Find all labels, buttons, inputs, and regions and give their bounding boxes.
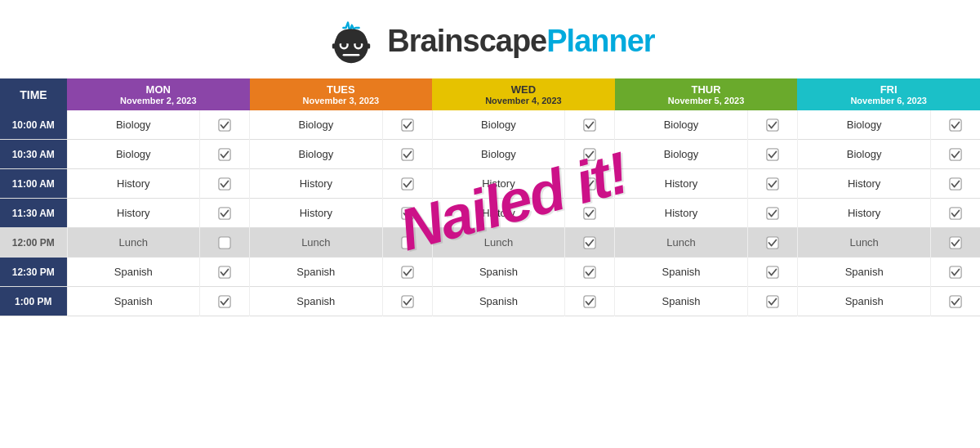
subject-cell: Spanish <box>797 258 931 287</box>
checkbox-cell[interactable] <box>565 199 615 228</box>
subject-cell: Biology <box>432 110 565 140</box>
checkbox-cell[interactable] <box>382 140 432 169</box>
checkbox-cell[interactable] <box>200 287 250 316</box>
time-cell: 10:00 AM <box>0 110 67 140</box>
checkbox-cell[interactable] <box>200 258 250 287</box>
subject-cell: Spanish <box>250 258 383 287</box>
checkbox-cell[interactable] <box>747 199 797 228</box>
checkbox-cell[interactable] <box>747 228 797 258</box>
time-cell: 11:00 AM <box>0 169 67 199</box>
subject-cell: Spanish <box>67 287 200 316</box>
subject-cell: Spanish <box>67 258 200 287</box>
subject-cell: Biology <box>67 110 200 140</box>
time-cell: 1:00 PM <box>0 287 67 316</box>
checkbox-cell[interactable] <box>200 228 250 258</box>
subject-cell: Spanish <box>250 287 383 316</box>
checkbox-cell[interactable] <box>382 258 432 287</box>
subject-cell: Lunch <box>432 228 565 258</box>
subject-cell: Biology <box>432 140 565 169</box>
app-header: BrainscapePlanner <box>0 0 980 78</box>
checkbox-cell[interactable] <box>747 258 797 287</box>
subject-cell: Spanish <box>432 258 565 287</box>
svg-rect-5 <box>343 54 360 56</box>
fri-header: FRI November 6, 2023 <box>797 78 980 110</box>
checkbox-cell[interactable] <box>200 140 250 169</box>
checkbox-cell[interactable] <box>200 169 250 199</box>
checkbox-cell[interactable] <box>931 287 980 316</box>
checkbox-cell[interactable] <box>931 110 980 140</box>
subject-cell: History <box>797 199 931 228</box>
brainscape-logo-icon <box>325 15 377 67</box>
checkbox-cell[interactable] <box>931 169 980 199</box>
checkbox-cell[interactable] <box>747 110 797 140</box>
subject-cell: Biology <box>250 140 383 169</box>
subject-cell: Lunch <box>615 228 748 258</box>
checkbox-cell[interactable] <box>747 169 797 199</box>
subject-cell: Lunch <box>67 228 200 258</box>
subject-cell: History <box>67 169 200 199</box>
checkbox-cell[interactable] <box>931 228 980 258</box>
svg-rect-6 <box>332 43 336 48</box>
logo-text: BrainscapePlanner <box>387 24 654 59</box>
checkbox-cell[interactable] <box>931 258 980 287</box>
checkbox-cell[interactable] <box>565 169 615 199</box>
subject-cell: History <box>432 169 565 199</box>
checkbox-cell[interactable] <box>382 228 432 258</box>
checkbox-cell[interactable] <box>747 287 797 316</box>
subject-cell: Spanish <box>797 287 931 316</box>
checkbox-cell[interactable] <box>931 199 980 228</box>
checkbox-cell[interactable] <box>382 169 432 199</box>
subject-cell: Biology <box>615 110 748 140</box>
time-cell: 12:00 PM <box>0 228 67 258</box>
subject-cell: History <box>432 199 565 228</box>
checkbox-cell[interactable] <box>931 140 980 169</box>
subject-cell: Biology <box>797 140 931 169</box>
subject-cell: History <box>615 169 748 199</box>
logo: BrainscapePlanner <box>325 15 654 67</box>
thu-header: THUR November 5, 2023 <box>615 78 798 110</box>
subject-cell: Biology <box>797 110 931 140</box>
subject-cell: Biology <box>250 110 383 140</box>
checkbox-cell[interactable] <box>382 287 432 316</box>
subject-cell: History <box>250 199 383 228</box>
time-cell: 10:30 AM <box>0 140 67 169</box>
time-column-header: TIME <box>0 78 67 110</box>
wed-header: WED November 4, 2023 <box>432 78 615 110</box>
checkbox-cell[interactable] <box>382 199 432 228</box>
time-cell: 12:30 PM <box>0 258 67 287</box>
subject-cell: Lunch <box>250 228 383 258</box>
checkbox-cell[interactable] <box>747 140 797 169</box>
subject-cell: History <box>67 199 200 228</box>
subject-cell: History <box>615 199 748 228</box>
checkbox-cell[interactable] <box>200 199 250 228</box>
schedule-table: TIME MON November 2, 2023 TUES November … <box>0 78 980 316</box>
subject-cell: History <box>797 169 931 199</box>
subject-cell: Biology <box>67 140 200 169</box>
svg-rect-28 <box>219 237 230 249</box>
checkbox-cell[interactable] <box>565 110 615 140</box>
checkbox-cell[interactable] <box>565 140 615 169</box>
subject-cell: Spanish <box>615 287 748 316</box>
subject-cell: Lunch <box>797 228 931 258</box>
checkbox-cell[interactable] <box>565 258 615 287</box>
checkbox-cell[interactable] <box>565 287 615 316</box>
checkbox-cell[interactable] <box>382 110 432 140</box>
subject-cell: Biology <box>615 140 748 169</box>
svg-rect-29 <box>402 237 413 249</box>
checkbox-cell[interactable] <box>565 228 615 258</box>
subject-cell: History <box>250 169 383 199</box>
subject-cell: Spanish <box>432 287 565 316</box>
time-cell: 11:30 AM <box>0 199 67 228</box>
checkbox-cell[interactable] <box>200 110 250 140</box>
tue-header: TUES November 3, 2023 <box>250 78 433 110</box>
subject-cell: Spanish <box>615 258 748 287</box>
svg-rect-7 <box>368 43 371 48</box>
mon-header: MON November 2, 2023 <box>67 78 250 110</box>
schedule-table-wrapper: TIME MON November 2, 2023 TUES November … <box>0 78 980 316</box>
